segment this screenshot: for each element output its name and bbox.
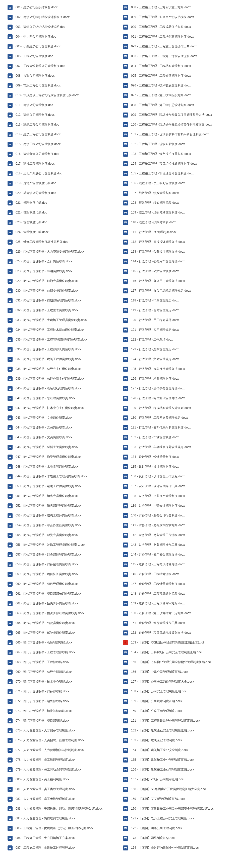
file-row[interactable]: W071 - 部门职责说明书 - 财务部职能.docx [5,687,121,696]
file-row[interactable]: W093 - 工程施工管理 - 工程施工过程管理流程.docx [121,51,236,61]
file-row[interactable]: W136 - 设计管理 - 设计管理工作流程.docx [121,472,236,482]
file-row[interactable]: W174 - 【案例】非常好的建筑企业公司制度汇编.doc [121,843,236,853]
file-row[interactable]: W120 - 行政管理 - 员工行为规范.docx [121,315,236,325]
file-row[interactable]: W168 - 【案例】SK集团房产开发岗位规定汇编大全套.doc [121,784,236,794]
file-row[interactable]: W024 - 管理制度汇编.docx [5,227,121,237]
file-row[interactable]: W038 - 岗位职责说明书 - 总经办主任岗位职责.docx [5,364,121,374]
file-row[interactable]: W016 - 建筑装饰公司管理制度.doc [5,149,121,159]
file-row[interactable]: W060 - 岗位职责说明书 - 项目经理岗位职责.docx [5,579,121,589]
file-row[interactable]: W075 - 人力资源管理 - 人才储备管理制度.docx [5,726,121,736]
file-row[interactable]: W012 - 建筑公司管理制度.docx [5,110,121,120]
file-row[interactable]: W020 - 某建筑公司管理制度.doc [5,188,121,198]
file-row[interactable]: W162 - 【案例】建筑企业安全管理制度汇编.docx [121,726,236,736]
file-row[interactable]: W101 - 工程施工管理 - 现场安装制作材料采购管理制度.docx [121,129,236,139]
file-row[interactable]: W064 - 岗位职责说明书 - 驾驶员岗位职责.docx [5,618,121,628]
file-row[interactable]: W156 - 【案例】中建公司管理制度汇编.docx [121,667,236,677]
file-row[interactable]: W091 - 工程施工管理 - 工程承包商管理制度.docx [121,32,236,41]
file-row[interactable]: W013 - 建筑工程公司管理制度.doc [5,120,121,129]
file-row[interactable]: W121 - 行政管理 - 实习管理规定.docx [121,325,236,335]
file-row[interactable]: W046 - 岗位职责说明书 - 材料主管岗位职责.docx [5,442,121,452]
file-row[interactable]: W126 - 行政管理 - 档案管理制度.docx [121,374,236,384]
file-row[interactable]: W114 - 行政管理 - 公务用车管理办法.docx [121,256,236,266]
file-row[interactable]: W132 - 行政管理 - 车辆管理制度.docx [121,433,236,442]
file-row[interactable]: W125 - 行政管理 - 来宾接待管理办法.docx [121,364,236,374]
file-row[interactable]: W140 - 财务管理 - 财务会计报告制度.docx [121,511,236,521]
file-row[interactable]: W124 - 行政管理 - 文体管理规定.docx [121,354,236,364]
file-row[interactable]: W097 - 工程施工管理 - 施工技术组织方案.docx [121,90,236,100]
file-row[interactable]: W137 - 设计管理 - 设计管理操作工具.docx [121,482,236,491]
file-row[interactable]: W019 - 房地产管理制度汇编.doc [5,178,121,188]
file-row[interactable]: W133 - 行政管理 - 车辆维修保养管理规定.docx [121,442,236,452]
file-row[interactable]: W051 - 岗位职责说明书 - 销售专员岗位职责.docx [5,491,121,501]
file-row[interactable]: W068 - 部门职责说明书 - 工程部职能.docx [5,657,121,667]
file-row[interactable]: W160 - 【案例】公路工程管理制度.docx [121,706,236,716]
file-row[interactable]: W146 - 造价管理 - 工程结算流程.docx [121,569,236,579]
file-row[interactable]: W063 - 岗位职责说明书 - 预决算部经理岗位职责.docx [5,609,121,618]
file-row[interactable]: W032 - 岗位职责说明书 - 土建主管岗位职责.docx [5,306,121,315]
file-row[interactable]: W056 - 岗位职责说明书 - 装饰工管理员岗位职责 .docx [5,540,121,550]
file-row[interactable]: W018 - 房地产开发公司管理制度.doc [5,168,121,178]
file-row[interactable]: W173 - 【案例】网络制度汇总.doc [121,833,236,843]
file-row[interactable]: W134 - 设计管理 - 设计质量制度.docx [121,452,236,462]
file-row[interactable]: W099 - 工程施工管理 - 现场操作安装各项目管理暂行办法.docx [121,110,236,120]
file-row[interactable]: W139 - 财务管理 - 内部会计管理制度.docx [121,501,236,511]
file-row[interactable]: W128 - 行政管理 - 电话通讯管理办法.docx [121,394,236,403]
file-row[interactable]: W028 - 岗位职责说明书 - 出纳岗位职责.docx [5,266,121,276]
file-row[interactable]: W119 - 行政管理 - 合同管理规定.docx [121,306,236,315]
file-row[interactable]: P153 - 【案例】XX集团公司全部管理制度汇编(全套).pdf [121,638,236,648]
file-row[interactable]: W169 - 【案例】某某所管理制度汇编.docx [121,794,236,804]
file-row[interactable]: W144 - 财务管理 - 资产资金管理办法.docx [121,550,236,560]
file-row[interactable]: W023 - 管理制度汇编.doc [5,217,121,227]
file-row[interactable]: W147 - 造价管理 - 工程计量管理制度.docx [121,579,236,589]
file-row[interactable]: W094 - 工程施工管理 - 工程档案管理制度.docx [121,61,236,71]
file-row[interactable]: W112 - 行政管理 - 举报投诉管理办法.docx [121,237,236,247]
file-row[interactable]: W048 - 岗位职责说明书 - 水电主管岗位职责.docx [5,462,121,472]
file-row[interactable]: W030 - 岗位职责说明书 - 前期专员岗位职责.docx [5,286,121,296]
file-row[interactable]: W052 - 岗位职责说明书 - 销售部经理岗位职责.docx [5,501,121,511]
file-row[interactable]: W159 - 【案例】公司规章制度汇编.docx [121,696,236,706]
file-row[interactable]: W059 - 岗位职责说明书 - 项目队长岗位职责.docx [5,569,121,579]
file-row[interactable]: W127 - 行政管理 - 法律事务管理办法.docx [121,384,236,394]
file-row[interactable]: W027 - 岗位职责说明书 - 会计岗位职责.docx [5,256,121,266]
file-row[interactable]: W002 - 建筑公司组织结构设计的程序.docx [5,12,121,22]
file-row[interactable]: W081 - 人力资源管理 - 员工离职管理制度.docx [5,784,121,794]
file-row[interactable]: W037 - 岗位职责说明书 - 建筑工程师岗位职责.docx [5,354,121,364]
file-row[interactable]: W033 - 岗位职责说明书 - 土建施工管理员岗位职责.docx [5,315,121,325]
file-row[interactable]: W141 - 财务管理 - 财务成本控制方案.docx [121,521,236,530]
file-row[interactable]: W078 - 人力资源管理 - 员工培训管理制度.docx [5,755,121,765]
file-row[interactable]: W152 - 造价管理 - 项目目标考核策划方法.docx [121,628,236,638]
file-row[interactable]: W096 - 工程施工管理 - 技术交底管理制度.docx [121,81,236,90]
file-row[interactable]: W150 - 造价管理 - 施工预算结算审定方案.docx [121,609,236,618]
file-row[interactable]: W058 - 岗位职责说明书 - 财务副总岗位职责.docx [5,560,121,569]
file-row[interactable]: W043 - 岗位职责说明书 - 文员岗位职责.docx [5,413,121,423]
file-row[interactable]: W165 - 【案例】建筑施工企业管理制度汇编.docx [121,755,236,765]
file-row[interactable]: W070 - 部门职责说明书 - 技术中心职能.docx [5,677,121,687]
file-row[interactable]: W055 - 岗位职责说明书 - 融资专员岗位职责.docx [5,530,121,540]
file-row[interactable]: W167 - 【案例】xx地产公司规章汇编.doc [121,775,236,784]
file-row[interactable]: W103 - 工程施工管理 - 绿色技术指导方案.docx [121,149,236,159]
file-row[interactable]: W050 - 岗位职责说明书 - 电暖工程师岗位职责.docx [5,482,121,491]
file-row[interactable]: W157 - 【案例】公司员工岗位管理制度大全.docx [121,677,236,687]
file-row[interactable]: W145 - 造价管理 - 工程电预结算办法.docx [121,560,236,569]
file-row[interactable]: W131 - 行政管理 - 资料信息采购管理制度.docx [121,423,236,433]
file-row[interactable]: W088 - 工程施工管理 - 土方回填施工方案.docx [121,2,236,12]
file-row[interactable]: W080 - 人力资源管理 - 员工福利制度.docx [5,775,121,784]
file-row[interactable]: W149 - 造价管理 - 工程预算评审方案.docx [121,599,236,609]
file-row[interactable]: W110 - 绩效管理 - 绩效考核表.docx [121,217,236,227]
file-row[interactable]: W054 - 岗位职责说明书 - 综合办主任岗位职责.docx [5,521,121,530]
file-row[interactable]: W148 - 造价管理 - 工程预算编制流程.docx [121,589,236,599]
file-row[interactable]: W066 - 部门职责说明书 - 总经理部职能.docx [5,638,121,648]
file-row[interactable]: W014 - 建筑工程公司管理制度.docx [5,129,121,139]
file-row[interactable]: W104 - 工程施工管理 - 项目组招投标管理制度.docx [121,159,236,168]
file-row[interactable]: W105 - 工程施工管理 - 项目经理部管理制度.docx [121,168,236,178]
file-row[interactable]: W106 - 绩效管理 - 员工实习管理制度.docx [121,178,236,188]
file-row[interactable]: W109 - 绩效管理 - 绩效考核管理制度.docx [121,208,236,217]
file-row[interactable]: W011 - 建筑公司管理制度.doc [5,100,121,110]
file-row[interactable]: W061 - 岗位职责说明书 - 项目部部长岗位职责.docx [5,589,121,599]
file-row[interactable]: W034 - 岗位职责说明书 - 工程技术副总岗位职责.docx [5,325,121,335]
file-row[interactable]: W170 - 【案例】某建设施工公司及公司部安全管理规章制度.doc [121,804,236,814]
file-row[interactable]: W067 - 部门职责说明书 - 工程管理部职能.docx [5,648,121,657]
file-row[interactable]: W006 - 工程公司管理制度.doc [5,51,121,61]
file-row[interactable]: W047 - 岗位职责说明书 - 物资管理员岗位职责.docx [5,452,121,462]
file-row[interactable]: W116 - 行政管理 - 办公用房管理办法.docx [121,276,236,286]
